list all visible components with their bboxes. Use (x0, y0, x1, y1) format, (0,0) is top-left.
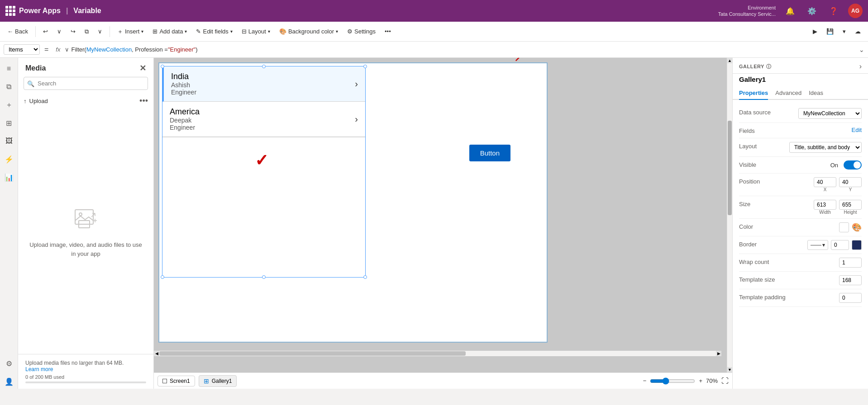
visible-toggle[interactable] (844, 160, 862, 170)
help-icon[interactable]: ❓ (826, 4, 841, 18)
apps-icon[interactable] (5, 6, 15, 16)
undo-down-button[interactable]: ∨ (53, 26, 65, 37)
media-placeholder-icon (72, 204, 100, 233)
app-canvas[interactable]: India Ashish Engineer › America Deepak E… (158, 62, 548, 343)
sidebar-insert-icon[interactable]: ＋ (2, 98, 16, 112)
zoom-slider[interactable] (650, 377, 695, 385)
layout-value: Title, subtitle, and body (789, 142, 862, 153)
save-down-button[interactable]: ▾ (839, 26, 849, 37)
edit-fields-button[interactable]: ✎ Edit fields ▾ (192, 26, 236, 37)
wrap-count-input[interactable] (839, 258, 862, 268)
scrollbar-h-thumb[interactable] (159, 351, 466, 356)
close-icon[interactable]: ✕ (139, 63, 146, 73)
avatar[interactable]: AG (848, 4, 863, 18)
insert-button[interactable]: ＋ Insert ▾ (114, 26, 148, 38)
data-source-select[interactable]: MyNewCollection (798, 108, 862, 119)
canvas-button[interactable]: Button (469, 145, 510, 161)
wrap-count-value (839, 258, 862, 268)
back-button[interactable]: ← Back (4, 26, 32, 37)
settings-icon[interactable]: ⚙️ (805, 4, 819, 18)
settings-button[interactable]: ⚙ Settings (343, 26, 379, 37)
tab-properties[interactable]: Properties (739, 87, 768, 100)
sidebar-media-icon[interactable]: 🖼 (2, 134, 16, 148)
property-select[interactable]: Items (4, 44, 40, 55)
canvas-area: India Ashish Engineer › America Deepak E… (154, 58, 732, 389)
color-swatch[interactable] (839, 222, 849, 232)
tab-advanced[interactable]: Advanced (775, 87, 801, 100)
sidebar-home-icon[interactable]: ≡ (2, 61, 16, 76)
more-button[interactable]: ••• (381, 26, 395, 37)
border-color-swatch[interactable] (852, 240, 862, 250)
add-data-button[interactable]: ⊞ Add data ▾ (149, 26, 191, 37)
divider-2 (110, 26, 110, 37)
tab-ideas[interactable]: Ideas (809, 87, 823, 100)
fullscreen-icon[interactable]: ⛶ (721, 377, 729, 385)
scroll-right-btn[interactable]: ▶ (716, 351, 721, 356)
preview-button[interactable]: ▶ (809, 26, 821, 37)
sidebar-analytics-icon[interactable]: 📊 (2, 170, 16, 184)
formula-collection: MyNewCollection (86, 46, 132, 53)
zoom-minus-btn[interactable]: − (643, 377, 647, 384)
width-label: Width (814, 210, 836, 215)
position-y-input[interactable] (839, 177, 862, 187)
sidebar-account-icon[interactable]: 👤 (2, 374, 16, 389)
gallery-container[interactable]: India Ashish Engineer › America Deepak E… (162, 66, 366, 278)
data-source-label: Data source (739, 108, 780, 116)
expand-icon[interactable]: ⌄ (859, 46, 864, 53)
gallery-empty-item[interactable]: ✓ (162, 137, 365, 236)
position-inputs: X Y (814, 177, 862, 192)
sidebar-layers-icon[interactable]: ⧉ (2, 80, 16, 94)
toolbar-right: ▶ 💾 ▾ ☁ (809, 26, 864, 37)
formula-display[interactable]: Filter(MyNewCollection, Profession = "En… (71, 46, 855, 53)
gallery-tab[interactable]: ⊞ Gallery1 (199, 375, 237, 387)
visible-label: Visible (739, 160, 780, 168)
template-size-input[interactable] (839, 275, 862, 285)
storage-progress-bar (25, 381, 146, 383)
zoom-value: 70% (706, 377, 718, 384)
scroll-up-btn[interactable]: ▲ (727, 58, 732, 63)
help-circle-icon[interactable]: ⓘ (766, 63, 772, 70)
redo-button[interactable]: ↪ (67, 26, 79, 37)
handle-bl (161, 275, 164, 279)
sidebar-settings-icon[interactable]: ⚙ (2, 356, 16, 371)
sidebar-flow-icon[interactable]: ⚡ (2, 152, 16, 166)
scrollbar-v-thumb[interactable] (728, 121, 732, 215)
layout-select[interactable]: Title, subtitle, and body (789, 142, 862, 153)
template-padding-value (839, 293, 862, 303)
layout-button[interactable]: ⊟ Layout ▾ (238, 26, 274, 37)
panel-expand-icon[interactable]: › (859, 62, 862, 71)
left-sidebar: ≡ ⧉ ＋ ⊞ 🖼 ⚡ 📊 ⚙ 👤 (0, 58, 18, 389)
upload-button[interactable]: ↑ Upload (24, 98, 48, 104)
edit-fields-link[interactable]: Edit (852, 127, 862, 133)
size-width-input[interactable] (814, 200, 836, 210)
template-padding-input[interactable] (839, 293, 862, 303)
save-button[interactable]: 💾 (823, 26, 837, 37)
notification-icon[interactable]: 🔔 (783, 4, 797, 18)
size-inputs: Width Height (814, 200, 862, 215)
paste-button[interactable]: ∨ (94, 26, 106, 37)
color-picker-icon[interactable]: 🎨 (852, 222, 862, 232)
undo-button[interactable]: ↩ (39, 26, 52, 37)
sidebar-data-icon[interactable]: ⊞ (2, 116, 16, 130)
chevron-formula: ∨ (65, 46, 69, 53)
publish-button[interactable]: ☁ (851, 26, 864, 37)
more-options-icon[interactable]: ••• (139, 96, 148, 106)
gallery-item-1[interactable]: India Ashish Engineer › (162, 66, 365, 102)
copy-button[interactable]: ⧉ (81, 26, 92, 37)
position-row: Position X Y (739, 174, 862, 196)
top-bar: Power Apps | Variable Environment Tata C… (0, 0, 868, 22)
border-style-select[interactable]: —— ▾ (807, 240, 828, 250)
zoom-plus-btn[interactable]: + (699, 377, 702, 384)
scroll-down-btn[interactable]: ▼ (727, 367, 732, 372)
border-width-input[interactable] (831, 240, 849, 250)
position-x-input[interactable] (814, 177, 836, 187)
screen-tab[interactable]: Screen1 (157, 376, 195, 386)
search-input[interactable] (24, 77, 148, 90)
background-color-button[interactable]: 🎨 Background color ▾ (276, 26, 342, 37)
size-height-input[interactable] (839, 200, 862, 210)
gallery-item-2[interactable]: America Deepak Engineer › (162, 102, 365, 137)
learn-more-link[interactable]: Learn more (25, 366, 53, 372)
gallery-tab-icon: ⊞ (204, 377, 209, 385)
scroll-left-btn[interactable]: ◀ (154, 351, 159, 356)
template-size-row: Template size (739, 272, 862, 289)
